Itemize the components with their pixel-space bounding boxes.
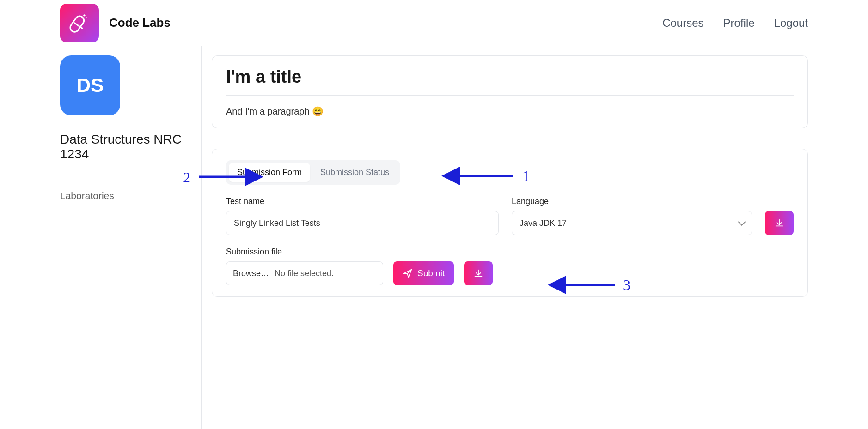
download-template-button[interactable]	[464, 261, 493, 285]
brand-name: Code Labs	[109, 16, 171, 30]
language-label: Language	[512, 197, 752, 206]
top-nav: Courses Profile Logout	[662, 17, 808, 30]
submission-file-label: Submission file	[226, 247, 794, 257]
sidebar-item-laboratories[interactable]: Laboratories	[60, 190, 201, 201]
tab-submission-form[interactable]: Submission Form	[229, 163, 310, 182]
app-header: Code Labs Courses Profile Logout	[0, 0, 868, 46]
course-name: Data Structures NRC 1234	[60, 132, 201, 162]
main-content: I'm a title And I'm a paragraph 😄 Submis…	[202, 46, 808, 429]
test-name-label: Test name	[226, 197, 499, 206]
language-select-wrap	[512, 211, 752, 235]
page-layout: DS Data Structures NRC 1234 Laboratories…	[0, 46, 868, 429]
brand-logo	[60, 4, 99, 42]
language-select[interactable]	[512, 211, 752, 235]
test-name-input[interactable]	[226, 211, 499, 235]
course-initials: DS	[77, 74, 104, 97]
form-row-1: Test name Language	[226, 197, 794, 235]
download-icon	[774, 218, 784, 228]
file-status: No file selected.	[275, 269, 334, 278]
svg-point-2	[83, 14, 85, 16]
field-submission-file: Submission file Browse… No file selected…	[226, 247, 794, 285]
field-test-name: Test name	[226, 197, 499, 235]
submit-label: Submit	[417, 268, 445, 278]
file-input[interactable]: Browse… No file selected.	[226, 261, 383, 285]
course-avatar: DS	[60, 55, 120, 115]
nav-link-profile[interactable]: Profile	[723, 17, 755, 30]
submission-tabs: Submission Form Submission Status	[226, 160, 400, 185]
content-card: I'm a title And I'm a paragraph 😄	[212, 55, 808, 128]
brand: Code Labs	[60, 4, 171, 42]
nav-link-courses[interactable]: Courses	[662, 17, 703, 30]
tab-submission-status[interactable]: Submission Status	[312, 163, 397, 182]
submit-button[interactable]: Submit	[393, 261, 454, 285]
sidebar: DS Data Structures NRC 1234 Laboratories	[60, 46, 202, 429]
send-icon	[403, 268, 413, 278]
svg-point-3	[86, 17, 87, 18]
nav-link-logout[interactable]: Logout	[774, 17, 808, 30]
divider	[226, 95, 794, 96]
file-browse-label: Browse…	[233, 269, 269, 278]
download-lang-button[interactable]	[765, 211, 794, 235]
download-icon	[473, 268, 483, 278]
submission-card: Submission Form Submission Status Test n…	[212, 149, 808, 297]
form-row-2: Browse… No file selected. Submit	[226, 261, 794, 285]
content-title: I'm a title	[226, 67, 794, 87]
svg-point-4	[82, 18, 84, 19]
field-language: Language	[512, 197, 752, 235]
content-paragraph: And I'm a paragraph 😄	[226, 106, 794, 117]
flask-icon	[68, 12, 91, 35]
